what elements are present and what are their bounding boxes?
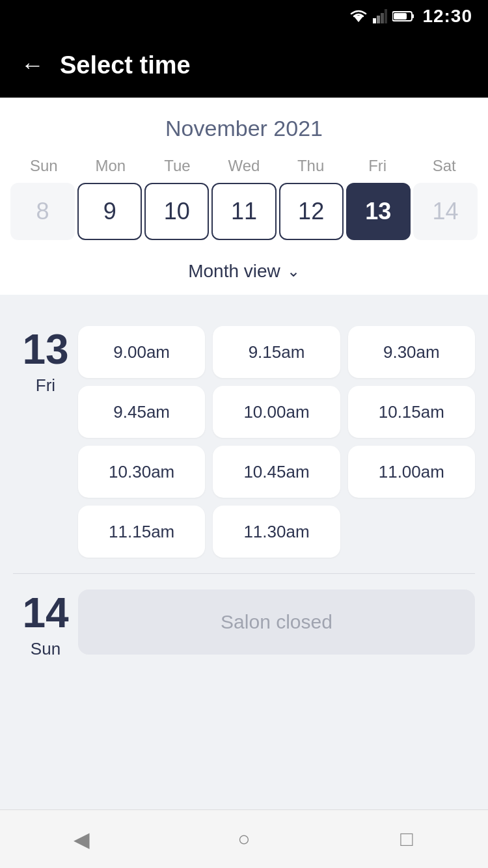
svg-rect-6 [412,14,414,18]
calendar-day-12[interactable]: 12 [279,183,344,240]
svg-rect-3 [381,13,384,23]
svg-rect-7 [394,13,407,20]
weekday-tue: Tue [144,154,211,178]
calendar-day-14[interactable]: 14 [413,183,478,240]
day-row-13: 13 Fri 9.00am 9.15am 9.30am 9.45am 10.00… [13,310,475,573]
day-info-13: 13 Fri [13,326,78,396]
nav-home-button[interactable]: ○ [218,813,270,865]
status-icons [349,9,414,23]
battery-icon [392,10,414,22]
month-view-toggle[interactable]: Month view ⌄ [10,251,478,295]
chevron-down-icon: ⌄ [287,262,300,280]
svg-rect-1 [373,18,376,23]
back-button[interactable]: ← [21,53,44,77]
status-bar: 12:30 [0,0,488,33]
day-name-14: Sun [31,639,61,659]
day-number-14: 14 [22,592,68,634]
salon-closed-box: Salon closed [78,590,475,655]
timeslots-section: 13 Fri 9.00am 9.15am 9.30am 9.45am 10.00… [0,295,488,690]
page-title: Select time [60,51,191,79]
app-header: ← Select time [0,33,488,98]
nav-recents-button[interactable]: □ [381,813,433,865]
timeslot-915am[interactable]: 9.15am [213,326,340,378]
timeslot-900am[interactable]: 9.00am [78,326,205,378]
nav-home-icon: ○ [237,827,250,851]
timeslot-1130am[interactable]: 11.30am [213,506,340,558]
weekday-sat: Sat [411,154,478,178]
nav-back-icon: ◀ [74,827,90,852]
svg-rect-4 [385,9,387,23]
timeslot-1000am[interactable]: 10.00am [213,386,340,438]
wifi-icon [349,9,368,23]
svg-marker-0 [353,16,364,22]
svg-rect-2 [377,16,380,23]
timeslot-1030am[interactable]: 10.30am [78,446,205,498]
calendar-day-8[interactable]: 8 [10,183,75,240]
timeslot-1045am[interactable]: 10.45am [213,446,340,498]
calendar-day-10[interactable]: 10 [144,183,209,240]
month-view-label: Month view [188,261,280,282]
weekday-sun: Sun [10,154,77,178]
timeslot-945am[interactable]: 9.45am [78,386,205,438]
salon-closed-text: Salon closed [221,611,332,633]
day-number-13: 13 [22,329,68,370]
calendar-weekdays: Sun Mon Tue Wed Thu Fri Sat [10,154,478,178]
calendar-days-row: 8 9 10 11 12 13 14 [10,183,478,240]
nav-recents-icon: □ [400,827,413,851]
timeslot-1100am[interactable]: 11.00am [348,446,475,498]
timeslots-grid-13: 9.00am 9.15am 9.30am 9.45am 10.00am 10.1… [78,326,475,558]
timeslots-13: 9.00am 9.15am 9.30am 9.45am 10.00am 10.1… [78,326,475,558]
nav-back-button[interactable]: ◀ [55,813,107,865]
timeslots-14: Salon closed [78,590,475,655]
calendar-day-13[interactable]: 13 [346,183,411,240]
day-row-14: 14 Sun Salon closed [13,574,475,675]
calendar-day-11[interactable]: 11 [211,183,276,240]
day-info-14: 14 Sun [13,590,78,659]
weekday-thu: Thu [277,154,344,178]
calendar-day-9[interactable]: 9 [77,183,142,240]
weekday-wed: Wed [211,154,278,178]
status-time: 12:30 [422,6,472,27]
weekday-fri: Fri [344,154,411,178]
timeslot-930am[interactable]: 9.30am [348,326,475,378]
day-name-13: Fri [36,375,55,396]
timeslot-1115am[interactable]: 11.15am [78,506,205,558]
bottom-nav: ◀ ○ □ [0,809,488,868]
calendar-section: November 2021 Sun Mon Tue Wed Thu Fri Sa… [0,98,488,295]
weekday-mon: Mon [77,154,144,178]
timeslot-1015am[interactable]: 10.15am [348,386,475,438]
signal-icon [373,9,387,23]
calendar-month-year: November 2021 [10,116,478,141]
